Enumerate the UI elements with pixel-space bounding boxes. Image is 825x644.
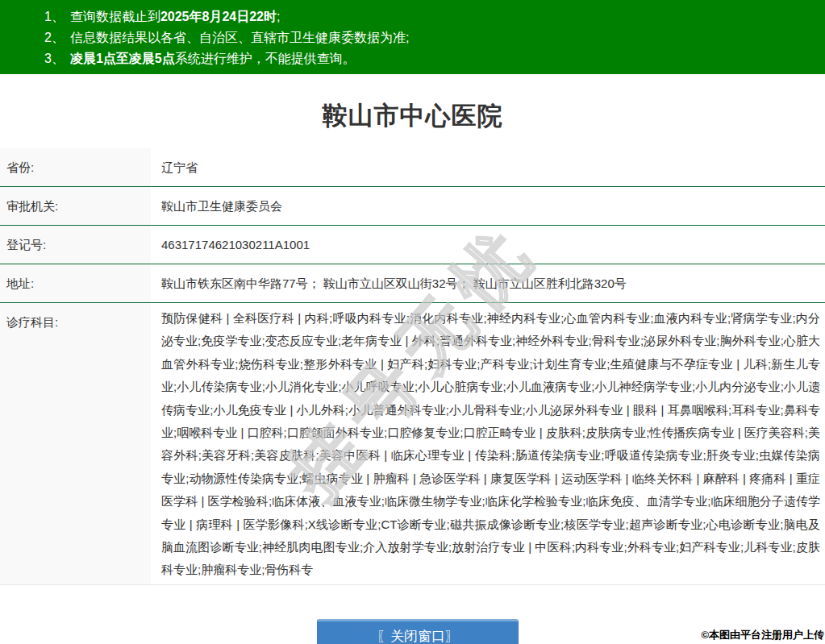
table-row-registration-number: 登记号: 46317174621030211A1001 [0,226,825,264]
notice-line-1: 1、查询数据截止到2025年8月24日22时; [44,6,817,27]
notice-bold-text: 凌晨1点至凌晨5点 [70,52,175,65]
notice-banner: 1、查询数据截止到2025年8月24日22时; 2、信息数据结果以各省、自治区、… [0,0,825,74]
table-row-address: 地址: 鞍山市铁东区南中华路77号； 鞍山市立山区双山街32号； 鞍山市立山区胜… [0,264,825,303]
notice-line-3: 3、凌晨1点至凌晨5点系统进行维护，不能提供查询。 [44,48,817,69]
table-row-medical-departments: 诊疗科目: 预防保健科 | 全科医疗科 | 内科;呼吸内科专业;消化内科专业;神… [0,303,825,585]
notice-line-2: 2、信息数据结果以各省、自治区、直辖市卫生健康委数据为准; [44,27,817,48]
field-label: 诊疗科目: [0,303,151,584]
field-value: 预防保健科 | 全科医疗科 | 内科;呼吸内科专业;消化内科专业;神经内科专业;… [151,303,825,584]
field-value: 鞍山市铁东区南中华路77号； 鞍山市立山区双山街32号； 鞍山市立山区胜利北路3… [151,264,825,302]
field-value: 辽宁省 [151,148,825,186]
field-value: 46317174621030211A1001 [151,226,825,264]
close-window-button[interactable]: 〖关闭窗口〗 [317,619,519,644]
field-label: 省份: [0,148,151,186]
notice-text: 信息数据结果以各省、自治区、直辖市卫生健康委数据为准; [70,31,409,44]
field-label: 地址: [0,264,151,302]
notice-text: ; [277,10,280,23]
hospital-name-title: 鞍山市中心医院 [0,100,825,132]
notice-number: 3、 [44,52,65,65]
notice-number: 1、 [44,10,65,23]
table-row-approval-authority: 审批机关: 鞍山市卫生健康委员会 [0,187,825,226]
hospital-info-table: 省份: 辽宁省 审批机关: 鞍山市卫生健康委员会 登记号: 4631717462… [0,148,825,585]
notice-number: 2、 [44,31,65,44]
notice-bold-text: 2025年8月24日22时 [160,10,277,23]
field-label: 登记号: [0,226,151,264]
table-row-province: 省份: 辽宁省 [0,148,825,187]
image-upload-note: ©本图由平台注册用户上传 [701,628,824,642]
notice-text: 查询数据截止到 [70,10,160,23]
notice-text: 系统进行维护，不能提供查询。 [175,52,356,65]
field-label: 审批机关: [0,187,151,225]
field-value: 鞍山市卫生健康委员会 [151,187,825,225]
